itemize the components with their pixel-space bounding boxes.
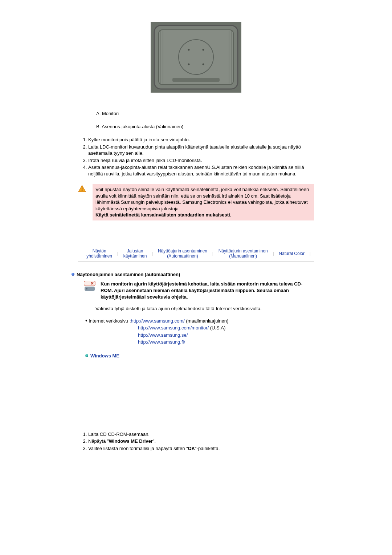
info-icon — [84, 281, 95, 293]
link-samsung-se[interactable]: http://www.samsung.se/ — [138, 332, 188, 338]
links-label: Internet verkkosivu : — [89, 318, 131, 324]
svg-point-17 — [86, 288, 87, 289]
label-b: B. Asennus-jakopinta-alusta (Valinnainen… — [96, 124, 314, 129]
warning-icon: ! — [78, 184, 93, 193]
svg-rect-15 — [84, 281, 95, 286]
svg-text:!: ! — [81, 186, 83, 192]
tab-nav: Näytön yhdistäminen | Jalustan käyttämin… — [78, 246, 314, 262]
monitor-back-illustration — [78, 22, 314, 93]
list-item: Valitse listasta monitorimallisi ja näpä… — [88, 445, 314, 452]
list-item: Kytke monitori pois päältä ja irrota sen… — [88, 137, 314, 143]
svg-rect-12 — [172, 78, 220, 82]
tab-natural-color[interactable]: Natural Color — [274, 251, 310, 256]
list-item: Näpäytä "Windows ME Driver". — [88, 438, 314, 445]
info-block: Kun monitorin ajurin käyttöjärjestelmä k… — [84, 281, 314, 301]
document-page: A. Monitori B. Asennus-jakopinta-alusta … — [42, 0, 350, 467]
label-a: A. Monitori — [96, 111, 314, 116]
svg-point-8 — [188, 49, 190, 51]
prepare-text: Valmista tyhjä disketti ja lataa ajurin … — [95, 305, 314, 312]
svg-point-9 — [203, 49, 204, 51]
warning-text: Voit ripustaa näytön seinälle vain käytt… — [93, 184, 314, 220]
sub-heading-windows-me: Windows ME — [85, 353, 314, 358]
section-heading-auto-install: Näytönohjaimen asentaminen (automaattine… — [72, 272, 314, 277]
warning-block: ! Voit ripustaa näytön seinälle vain käy… — [78, 184, 314, 220]
link-block: • Internet verkkosivu :http://www.samsun… — [85, 317, 314, 346]
link-suffix: (maailmanlaajuinen) — [185, 318, 229, 324]
tab-driver-manual[interactable]: Näyttöajurin asentaminen (Manuaalinen) — [213, 248, 273, 259]
bullet-icon — [72, 273, 74, 276]
list-item: Laita CD CD-ROM-asemaan. — [88, 431, 314, 438]
link-samsung-global[interactable]: http://www.samsung.com/ — [131, 318, 185, 324]
tab-driver-auto[interactable]: Näyttöajurin asentaminen (Automaattinen) — [153, 248, 212, 259]
bullet-icon — [85, 354, 88, 357]
link-samsung-fi[interactable]: http://www.samsung.fi/ — [138, 339, 185, 345]
svg-point-10 — [188, 64, 190, 65]
tab-connect-display[interactable]: Näytön yhdistäminen — [81, 248, 117, 259]
bullet-icon: • — [85, 317, 87, 324]
warning-bold: Käytä seinätelinettä kansainvälisten sta… — [95, 212, 231, 218]
install-steps-list: Kytke monitori pois päältä ja irrota sen… — [88, 137, 314, 177]
list-item: Irrota neljä ruuvia ja irrota sitten jal… — [88, 157, 314, 164]
link-suffix: (U.S.A) — [209, 325, 225, 331]
link-samsung-monitor[interactable]: http://www.samsung.com/monitor/ — [138, 325, 209, 331]
svg-point-11 — [203, 64, 204, 65]
list-item: Aseta asennus-jakopinta-alustan reiät ta… — [88, 164, 314, 177]
section-title: Näytönohjaimen asentaminen (automaattine… — [77, 272, 180, 277]
letter-list: A. Monitori B. Asennus-jakopinta-alusta … — [96, 111, 314, 129]
tab-use-stand[interactable]: Jalustan käyttäminen — [118, 248, 152, 259]
list-item: Laita LDC-monitori kuvaruudun pinta alas… — [88, 144, 314, 157]
info-text: Kun monitorin ajurin käyttöjärjestelmä k… — [101, 281, 314, 301]
warning-body: Voit ripustaa näytön seinälle vain käytt… — [95, 187, 309, 211]
svg-rect-2 — [159, 30, 233, 85]
tab-separator: | — [310, 252, 311, 256]
windows-me-label: Windows ME — [90, 353, 119, 358]
windows-me-steps: Laita CD CD-ROM-asemaan. Näpäytä "Window… — [88, 431, 314, 452]
